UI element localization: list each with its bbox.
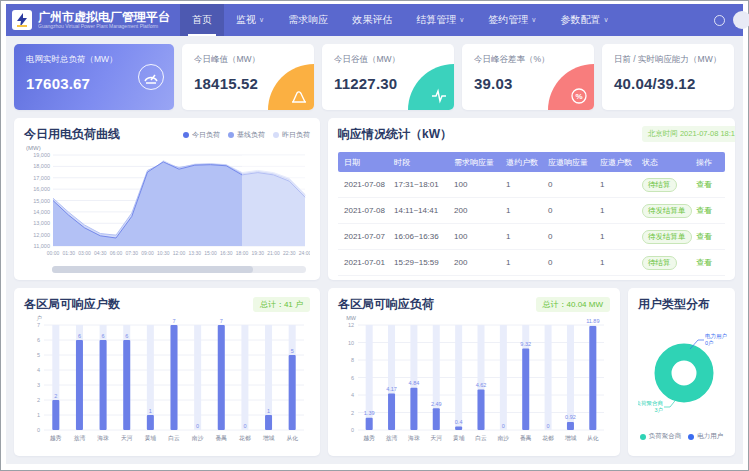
- y-axis-unit: MW: [346, 315, 357, 321]
- table-cell-status: 待发结算单: [640, 204, 694, 218]
- bar-background-南沙: [500, 325, 507, 430]
- table-row: 2021-07-0817:31~18:01100101待结算查看: [338, 172, 725, 198]
- bar-value-label: 1: [149, 408, 152, 414]
- stat-card-4: 日前 / 实时响应能力（MW）40.04/39.12: [602, 44, 734, 110]
- table-cell-action: 查看: [694, 231, 720, 242]
- table-cell: 17:31~18:01: [392, 180, 452, 189]
- x-tick-label: 13:30: [188, 250, 201, 256]
- view-link[interactable]: 查看: [696, 258, 712, 267]
- view-link[interactable]: 查看: [696, 206, 712, 215]
- legend-item-基线负荷[interactable]: 基线负荷: [228, 130, 265, 140]
- nav-item-label: 参数配置: [560, 13, 600, 27]
- bar-荔湾: [76, 340, 83, 430]
- table-cell: 200: [452, 206, 504, 215]
- nav-item-监视[interactable]: 监视∨: [224, 4, 276, 36]
- bar-value-label: 6: [102, 333, 105, 339]
- table-cell: 1: [598, 180, 640, 189]
- bar-白云: [171, 325, 178, 430]
- bar-value-label: 2: [54, 393, 57, 399]
- x-tick-label: 海珠: [408, 435, 420, 442]
- table-cell-status: 待发结算单: [640, 230, 694, 244]
- x-tick-label: 16:30: [220, 250, 233, 256]
- table-cell: 2021-07-01: [342, 258, 392, 267]
- table-row: 2021-07-0115:29~15:59200101待结算查看: [338, 250, 725, 276]
- user-type-donut-chart: 电力用户0户负荷聚合商3户: [638, 313, 729, 427]
- legend-item-负荷聚合商[interactable]: 负荷聚合商: [640, 432, 682, 441]
- nav-item-结算管理[interactable]: 结算管理∨: [404, 4, 476, 36]
- x-tick-label: 增城: [263, 435, 275, 442]
- x-tick-label: 白云: [475, 435, 487, 442]
- legend-label: 昨日负荷: [282, 130, 310, 140]
- y-tick-label: 15,000: [33, 198, 50, 204]
- nav-item-label: 签约管理: [488, 13, 528, 27]
- gauge-icon: [138, 64, 164, 90]
- y-tick-label: 6: [37, 337, 40, 343]
- y-tick-label: 2: [37, 397, 40, 403]
- load-total-badge: 总计：40.04 MW: [536, 297, 610, 312]
- legend-item-昨日负荷[interactable]: 昨日负荷: [273, 130, 310, 140]
- view-link[interactable]: 查看: [696, 180, 712, 189]
- stat-card-label: 今日峰谷差率（%）: [474, 54, 582, 66]
- status-badge: 待结算: [642, 256, 677, 270]
- y-tick-label: 8: [351, 357, 354, 363]
- x-tick-label: 番禺: [215, 434, 227, 442]
- nav-item-效果评估[interactable]: 效果评估: [340, 4, 404, 36]
- bar-background-黄埔: [455, 325, 462, 430]
- chevron-down-icon: ∨: [259, 16, 264, 24]
- user-icon[interactable]: [714, 15, 725, 26]
- x-tick-label: 天河: [430, 434, 442, 442]
- response-table-body: 2021-07-0817:31~18:01100101待结算查看2021-07-…: [338, 172, 725, 276]
- avatar[interactable]: [733, 11, 749, 29]
- table-cell: 15:29~15:59: [392, 258, 452, 267]
- nav-item-签约管理[interactable]: 签约管理∨: [476, 4, 548, 36]
- table-cell: 1: [504, 258, 546, 267]
- donut-ring: [663, 352, 705, 394]
- nav-item-label: 监视: [236, 13, 256, 27]
- x-tick-label: 增城: [565, 435, 577, 442]
- x-tick-label: 18:00: [236, 250, 249, 256]
- nav-item-需求响应[interactable]: 需求响应: [276, 4, 340, 36]
- bar-海珠: [100, 340, 107, 430]
- bolt-icon: [16, 13, 28, 27]
- user-type-title: 用户类型分布: [638, 296, 725, 313]
- bar-增城: [567, 422, 574, 430]
- bar-value-label: 6: [125, 333, 128, 339]
- table-cell: 1: [598, 258, 640, 267]
- bar-黄埔: [147, 415, 154, 430]
- column-header-应邀户数: 应邀户数: [598, 157, 640, 168]
- legend-item-今日负荷[interactable]: 今日负荷: [183, 130, 220, 140]
- x-tick-label: 荔湾: [386, 435, 398, 442]
- table-cell: 2021-07-08: [342, 206, 392, 215]
- x-tick-label: 06:00: [110, 250, 123, 256]
- datazoom-slider[interactable]: [52, 266, 306, 273]
- table-cell: 0: [546, 232, 598, 241]
- beijing-time-badge: 北京时间 2021-07-08 18:1: [642, 126, 735, 142]
- y-tick-label: 2: [351, 410, 354, 416]
- x-tick-label: 花都: [239, 435, 251, 442]
- table-cell: 0: [546, 206, 598, 215]
- bar-value-label: 1.39: [364, 410, 375, 416]
- legend-item-电力用户[interactable]: 电力用户: [688, 432, 723, 441]
- bar-越秀: [366, 418, 373, 430]
- stat-card-wedge: [268, 64, 314, 110]
- table-cell: 2021-07-08: [342, 180, 392, 189]
- bar-value-label: 0: [547, 423, 550, 429]
- nav-item-首页[interactable]: 首页: [180, 4, 224, 36]
- bar-background-南沙: [194, 325, 201, 430]
- x-tick-label: 07:30: [125, 250, 138, 256]
- user-type-panel: 用户类型分布 电力用户0户负荷聚合商3户 负荷聚合商电力用户: [628, 288, 735, 456]
- table-cell-action: 查看: [694, 205, 720, 216]
- table-cell: 1: [504, 206, 546, 215]
- nav-item-参数配置[interactable]: 参数配置∨: [548, 4, 620, 36]
- x-tick-label: 荔湾: [74, 435, 86, 442]
- table-cell: 1: [504, 232, 546, 241]
- datazoom-handle[interactable]: [52, 266, 253, 273]
- bar-value-label: 0: [196, 423, 199, 429]
- view-link[interactable]: 查看: [696, 232, 712, 241]
- stat-card-0: 电网实时总负荷（MW）17603.67: [14, 44, 174, 110]
- x-tick-label: 黄埔: [453, 435, 465, 442]
- stat-card-wedge: %: [548, 64, 594, 110]
- bar-增城: [265, 415, 272, 430]
- nav-item-label: 结算管理: [416, 13, 456, 27]
- y-tick-label: 5: [37, 352, 40, 358]
